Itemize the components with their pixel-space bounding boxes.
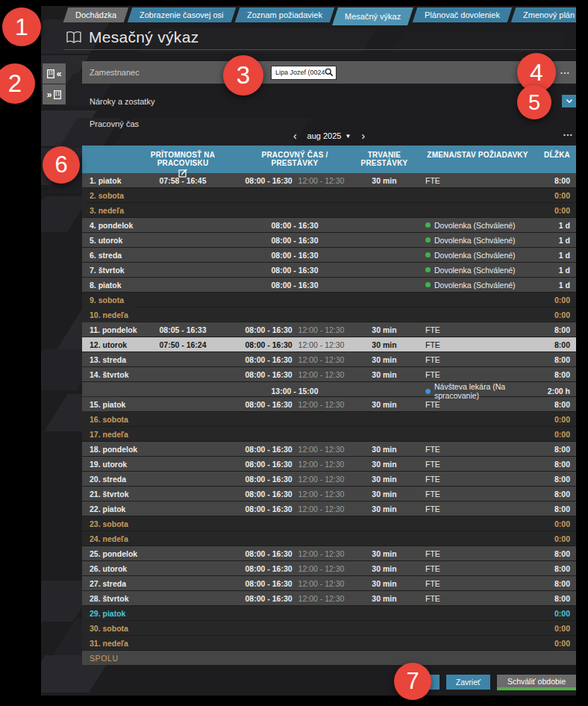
tab-label: Zoznam požiadaviek [247, 10, 322, 19]
schedule-cell: 08:00 - 16:3012:00 - 12:30 [239, 579, 351, 588]
table-header: PRÍTOMNOSŤ NA PRACOVISKU PRACOVNÝ ČAS / … [82, 146, 576, 173]
approve-period-button[interactable]: Schváliť obdobie [497, 675, 576, 690]
expand-entitlements-button[interactable] [562, 95, 576, 107]
employee-more-button[interactable]: ••• [560, 69, 576, 76]
tab-zobrazenie-casovej-osi[interactable]: Zobrazenie časovej osi [128, 7, 236, 22]
table-row[interactable]: 13. streda08:00 - 16:3012:00 - 12:3030 m… [82, 352, 576, 366]
table-row[interactable]: 17. nedeľa0:00 [82, 427, 576, 441]
table-row[interactable]: 18. pondelok08:00 - 16:3012:00 - 12:3030… [82, 442, 576, 456]
table-row[interactable]: 27. streda08:00 - 16:3012:00 - 12:3030 m… [82, 576, 576, 590]
table-more-button[interactable]: ••• [563, 131, 573, 138]
table-row[interactable]: 12. utorok07:50 - 16:2408:00 - 16:3012:0… [82, 337, 576, 352]
search-icon [325, 68, 334, 77]
table-row[interactable]: 23. sobota0:00 [82, 516, 576, 531]
next-month-button[interactable]: › [361, 131, 365, 141]
day-cell: 18. pondelok [82, 445, 127, 454]
table-row[interactable]: 25. pondelok08:00 - 16:3012:00 - 12:3030… [82, 546, 576, 560]
worktime-column-header: PRACOVNÝ ČAS / PRESTÁVKY [239, 146, 351, 178]
table-row[interactable]: 24. nedeľa0:00 [82, 531, 576, 546]
table-row[interactable]: 28. štvrtok08:00 - 16:3012:00 - 12:3030 … [82, 591, 576, 605]
callout-5: 5 [517, 85, 551, 119]
length-cell: 0:00 [537, 296, 576, 304]
tab-mesacny-vykaz[interactable]: Mesačný výkaz [333, 7, 414, 25]
expand-panel-button[interactable]: » [43, 84, 66, 104]
length-cell: 2:00 h [537, 387, 576, 396]
schedule-cell: 08:00 - 16:3012:00 - 12:30 [239, 490, 351, 499]
table-row[interactable]: 22. piatok08:00 - 16:3012:00 - 12:3030 m… [82, 502, 576, 516]
day-cell: 29. piatok [82, 609, 127, 618]
table-row[interactable]: 16. sobota0:00 [82, 412, 576, 426]
table-row[interactable]: 7. štvrtok08:00 - 16:30Dovolenka (Schvál… [82, 263, 576, 277]
period-navigation: ‹ aug 2025 ▼ › [82, 127, 576, 145]
table-row[interactable]: 13:00 - 15:00Návšteva lekára (Na spracov… [82, 382, 576, 396]
break-duration-cell: 30 min [351, 340, 418, 349]
break-duration-cell: 30 min [351, 564, 418, 573]
table-row[interactable]: 6. streda08:00 - 16:30Dovolenka (Schvále… [82, 248, 576, 262]
table-row[interactable]: 14. štvrtok08:00 - 16:3012:00 - 12:3030 … [82, 367, 576, 381]
side-rail: « » [43, 63, 66, 105]
tab-zmenovy-plan[interactable]: Zmenový plán [510, 7, 576, 22]
attendance-cell: 08:05 - 16:33 [127, 325, 239, 334]
close-button[interactable]: Zavrieť [446, 675, 490, 690]
day-cell: 25. pondelok [82, 549, 127, 558]
table-row[interactable]: 11. pondelok08:05 - 16:3308:00 - 16:3012… [82, 322, 576, 337]
tab-planovac-dovoleniek[interactable]: Plánovač dovoleniek [412, 7, 511, 22]
employee-value: Lipa Jozef (0024 [275, 69, 325, 76]
table-row[interactable]: 4. pondelok08:00 - 16:30Dovolenka (Schvá… [82, 218, 576, 232]
table-row[interactable]: 31. nedeľa0:00 [82, 636, 576, 650]
table-row[interactable]: 19. utorok08:00 - 16:3012:00 - 12:3030 m… [82, 457, 576, 471]
page-title: Mesačný výkaz [89, 28, 198, 46]
total-row[interactable]: SPOLU [82, 651, 576, 665]
status-cell: Dovolenka (Schválené) [418, 236, 537, 245]
status-dot-green [425, 282, 431, 287]
length-cell: 0:00 [537, 639, 576, 648]
table-row[interactable]: 30. sobota0:00 [82, 621, 576, 635]
book-icon [66, 31, 82, 44]
employee-search-input[interactable]: Lipa Jozef (0024 [271, 66, 337, 80]
table-row[interactable]: 5. utorok08:00 - 16:30Dovolenka (Schvále… [82, 233, 576, 247]
day-cell: 6. streda [82, 251, 127, 260]
break-duration-cell: 30 min [351, 370, 418, 379]
length-cell: 1 d [537, 281, 576, 290]
previous-month-button[interactable]: ‹ [293, 131, 297, 141]
status-dot-green [425, 267, 431, 272]
table-row[interactable]: 21. štvrtok08:00 - 16:3012:00 - 12:3030 … [82, 487, 576, 501]
collapse-panel-button[interactable]: « [43, 63, 66, 84]
status-cell: FTE [418, 340, 537, 349]
break-duration-cell: 30 min [351, 460, 418, 469]
status-cell: Dovolenka (Schválené) [418, 281, 537, 290]
status-cell: FTE [418, 579, 537, 588]
table-row[interactable]: 8. piatok08:00 - 16:30Dovolenka (Schvále… [82, 278, 576, 292]
tab-zoznam-poziadaviek[interactable]: Zoznam požiadaviek [234, 7, 334, 22]
table-row[interactable]: 9. sobota0:00 [82, 293, 576, 307]
employee-bar: Zamestnanec Lipa Jozef (0024 ••• [82, 61, 576, 84]
break-duration-cell: 30 min [351, 579, 418, 588]
status-cell: Návšteva lekára (Na spracovanie) [418, 382, 537, 400]
table-row[interactable]: 3. nedeľa0:00 [82, 203, 576, 217]
entitlements-label: Nároky a zostatky [82, 93, 576, 110]
tab-dochadzka[interactable]: Dochádzka [63, 7, 129, 22]
break-duration-cell: 30 min [351, 490, 418, 499]
status-cell: FTE [418, 445, 537, 454]
status-cell: FTE [418, 355, 537, 364]
day-cell: 10. nedeľa [82, 310, 127, 319]
status-cell: FTE [418, 325, 537, 334]
table-row[interactable]: 15. piatok08:00 - 16:3012:00 - 12:3030 m… [82, 397, 576, 411]
table-row[interactable]: 1. piatok07:58 - 16:4508:00 - 16:3012:00… [82, 173, 576, 187]
schedule-cell: 13:00 - 15:00 [239, 387, 351, 396]
table-row[interactable]: 26. utorok08:00 - 16:3012:00 - 12:3030 m… [82, 561, 576, 575]
month-dropdown[interactable]: aug 2025 ▼ [307, 131, 351, 140]
length-cell: 8:00 [537, 490, 576, 499]
day-cell: 17. nedeľa [82, 430, 127, 439]
schedule-cell: 08:00 - 16:3012:00 - 12:30 [239, 370, 351, 379]
table-row[interactable]: 2. sobota0:00 [82, 188, 576, 202]
day-cell: 3. nedeľa [82, 206, 127, 215]
table-row[interactable]: 29. piatok0:00 [82, 606, 576, 620]
table-row[interactable]: 20. streda08:00 - 16:3012:00 - 12:3030 m… [82, 472, 576, 486]
length-cell: 8:00 [537, 460, 576, 469]
length-cell: 8:00 [537, 549, 576, 558]
table-body: 1. piatok07:58 - 16:4508:00 - 16:3012:00… [82, 173, 576, 665]
table-row[interactable]: 10. nedeľa0:00 [82, 307, 576, 322]
monthly-report-table: PRÍTOMNOSŤ NA PRACOVISKU PRACOVNÝ ČAS / … [82, 146, 576, 666]
day-cell: 4. pondelok [82, 221, 127, 230]
